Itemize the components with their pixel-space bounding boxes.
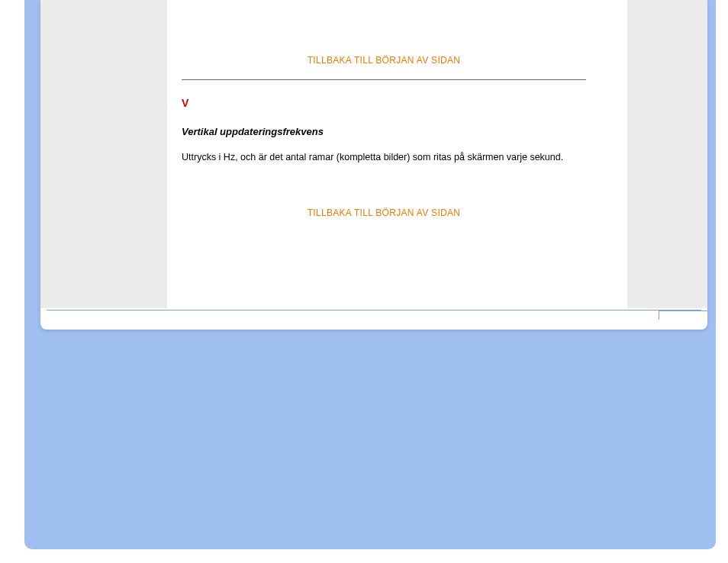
glossary-definition: Uttrycks i Hz, och är det antal ramar (k… xyxy=(182,151,586,165)
sidebar-right xyxy=(627,0,707,308)
document-content: TILLBAKA TILL BÖRJAN AV SIDAN V Vertikal… xyxy=(182,0,586,218)
glossary-letter: V xyxy=(182,97,586,109)
document-panel: TILLBAKA TILL BÖRJAN AV SIDAN V Vertikal… xyxy=(40,0,707,330)
footer-notch xyxy=(659,310,707,320)
back-to-top-link[interactable]: TILLBAKA TILL BÖRJAN AV SIDAN xyxy=(182,55,586,66)
back-to-top-link[interactable]: TILLBAKA TILL BÖRJAN AV SIDAN xyxy=(182,208,586,218)
section-divider xyxy=(182,79,586,80)
footer-hairline xyxy=(47,310,701,310)
glossary-term: Vertikal uppdateringsfrekvens xyxy=(182,126,586,137)
sidebar-left xyxy=(40,0,167,308)
